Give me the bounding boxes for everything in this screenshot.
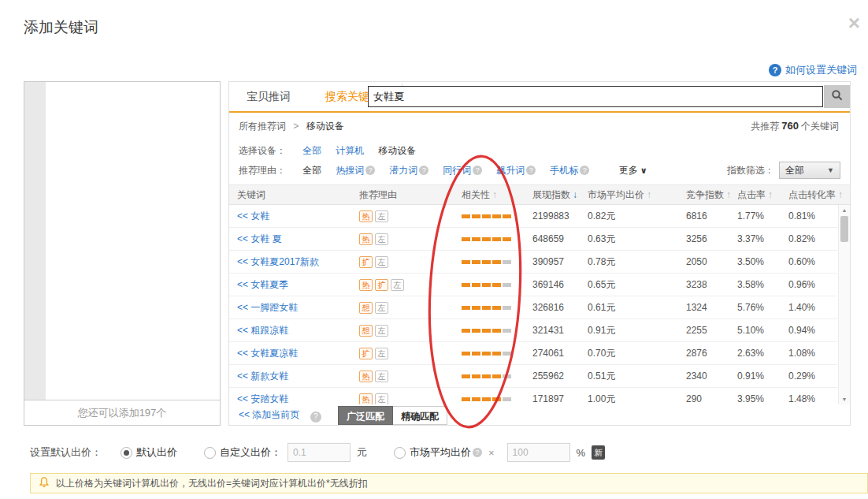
keyword-cell: << 女鞋夏2017新款 — [237, 251, 359, 273]
add-current-page-link[interactable]: << 添加当前页 — [239, 409, 299, 420]
column-header[interactable]: 点击率↑ — [737, 185, 788, 204]
question-circle-icon[interactable]: ? — [473, 448, 482, 457]
column-header[interactable]: 市场平均出价↑ — [588, 185, 686, 204]
reason-badge: 左 — [375, 302, 388, 314]
bid-settings-label: 设置默认出价： — [30, 445, 102, 460]
question-circle-icon[interactable]: ? — [419, 166, 428, 175]
cvr-cell: 0.82% — [788, 228, 837, 250]
market-percent-input[interactable] — [507, 443, 570, 462]
index-filter-dropdown[interactable]: 全部 ▼ — [779, 162, 840, 179]
question-circle-icon[interactable]: ? — [473, 166, 482, 175]
relevance-cell — [462, 228, 532, 250]
sort-arrow-icon[interactable]: ↓ — [573, 189, 577, 200]
reason-option[interactable]: 全部 — [302, 165, 321, 176]
match-button[interactable]: 广泛匹配 — [338, 406, 393, 425]
column-header[interactable]: 展现指数↓ — [532, 185, 588, 204]
question-circle-icon[interactable]: ? — [526, 166, 536, 175]
keyword-link[interactable]: << 新款女鞋 — [237, 371, 288, 382]
column-header[interactable]: 竞争指数↑ — [686, 185, 737, 204]
keyword-link[interactable]: << 女鞋夏2017新款 — [237, 256, 319, 267]
question-circle-icon[interactable]: ? — [580, 166, 589, 175]
keyword-link[interactable]: << 粗跟凉鞋 — [237, 325, 288, 336]
table-scrollbar[interactable]: ▲ ▼ — [838, 205, 850, 404]
relevance-bar-segment — [482, 283, 491, 287]
search-button[interactable] — [824, 85, 850, 108]
question-circle-icon[interactable]: ? — [365, 166, 375, 175]
relevance-bars — [462, 306, 511, 310]
search-input[interactable] — [368, 86, 823, 107]
ctr-cell: 5.76% — [737, 296, 788, 318]
reason-option[interactable]: 热搜词? — [336, 165, 375, 176]
device-option[interactable]: 计算机 — [336, 145, 364, 156]
device-filter-label: 选择设备： — [239, 145, 286, 156]
reason-badge: 热 — [359, 233, 373, 245]
column-header-label: 点击率 — [737, 189, 766, 200]
sort-arrow-icon[interactable]: ↑ — [838, 189, 843, 200]
market-avg-bid-radio[interactable] — [394, 447, 406, 459]
column-header[interactable]: 关键词 — [237, 185, 359, 204]
price-notice-bar: 以上价格为关键词计算机出价，无线出价=关键词对应计算机出价*无线折扣 — [30, 473, 868, 493]
reason-option[interactable]: 潜力词? — [389, 165, 428, 176]
reason-option[interactable]: 飙升词? — [496, 165, 536, 176]
custom-bid-radio[interactable] — [204, 447, 216, 459]
reason-badge: 左 — [375, 233, 388, 245]
chevron-down-icon: ∨ — [640, 166, 647, 175]
reason-option[interactable]: 同行词? — [443, 165, 482, 176]
tab-item[interactable]: 宝贝推词 — [229, 82, 308, 111]
table-row: << 女鞋热左21998830.82元68161.77%0.81% — [229, 205, 837, 228]
keyword-link[interactable]: << 女鞋 — [237, 210, 269, 222]
relevance-bars — [462, 329, 511, 333]
reason-badges-cell: 热左 — [359, 365, 462, 387]
magnifier-icon — [831, 89, 844, 104]
custom-bid-label: 自定义出价： — [220, 445, 281, 460]
reason-badges-cell: 热左 — [359, 388, 462, 404]
default-bid-radio[interactable] — [121, 447, 132, 459]
reason-badge: 左 — [391, 279, 404, 291]
relevance-bar-segment — [462, 260, 470, 264]
device-option[interactable]: 移动设备 — [378, 145, 416, 156]
impressions-cell: 255962 — [532, 365, 588, 387]
column-header[interactable]: 点击转化率↑ — [788, 185, 850, 204]
sort-arrow-icon[interactable]: ↑ — [768, 189, 773, 200]
sort-arrow-icon[interactable]: ↑ — [726, 189, 731, 200]
keyword-recommend-panel: 宝贝推词搜索关键词 所有推荐词 > 移动设备 共推荐760个关键词 选择设备： … — [228, 81, 851, 426]
sort-arrow-icon[interactable]: ↑ — [492, 189, 497, 200]
scrollbar-down-icon[interactable]: ▼ — [839, 397, 850, 402]
match-button[interactable]: 精确匹配 — [393, 406, 447, 425]
price-cell: 0.63元 — [588, 228, 686, 250]
scrollbar-thumb[interactable] — [840, 216, 848, 242]
table-row: << 新款女鞋热左2559620.51元23400.91%0.29% — [229, 365, 837, 388]
keyword-link[interactable]: << 一脚蹬女鞋 — [237, 302, 298, 313]
selected-keywords-gutter — [24, 82, 46, 400]
relevance-bar-segment — [492, 352, 501, 356]
relevance-cell — [462, 319, 532, 341]
keyword-link[interactable]: << 女鞋夏季 — [237, 279, 288, 290]
keyword-link[interactable]: << 女鞋夏凉鞋 — [237, 348, 298, 359]
sort-arrow-icon[interactable]: ↑ — [647, 189, 651, 200]
relevance-bar-segment — [482, 306, 491, 310]
relevance-bar-segment — [492, 214, 501, 218]
competition-cell: 2876 — [686, 342, 737, 364]
more-filters-link[interactable]: 更多∨ — [619, 165, 647, 176]
keyword-link[interactable]: << 安踏女鞋 — [237, 393, 288, 404]
close-icon[interactable]: × — [848, 13, 860, 33]
help-link[interactable]: ? 如何设置关键词 — [769, 63, 857, 77]
column-header[interactable]: 推荐理由 — [359, 185, 462, 204]
ctr-cell: 3.95% — [737, 388, 788, 404]
reason-badge: 左 — [375, 393, 388, 404]
relevance-bar-segment — [472, 397, 480, 401]
scrollbar-up-icon[interactable]: ▲ — [839, 207, 850, 213]
column-header-label: 关键词 — [237, 189, 265, 200]
breadcrumb-parent[interactable]: 所有推荐词 — [239, 121, 286, 132]
cvr-cell: 0.60% — [788, 251, 837, 273]
table-row: << 一脚蹬女鞋想左3268160.61元13245.76%1.40% — [229, 296, 837, 319]
custom-bid-input[interactable] — [287, 443, 351, 462]
reason-badges-cell: 热左 — [359, 228, 462, 250]
device-option[interactable]: 全部 — [302, 145, 321, 156]
reason-option[interactable]: 手机标? — [550, 165, 589, 176]
keyword-link[interactable]: << 女鞋 夏 — [237, 233, 282, 244]
question-circle-icon[interactable]: ? — [310, 411, 321, 423]
column-header[interactable]: 相关性↑ — [462, 185, 532, 204]
relevance-bar-segment — [462, 283, 470, 287]
reason-badge: 热 — [359, 279, 373, 291]
